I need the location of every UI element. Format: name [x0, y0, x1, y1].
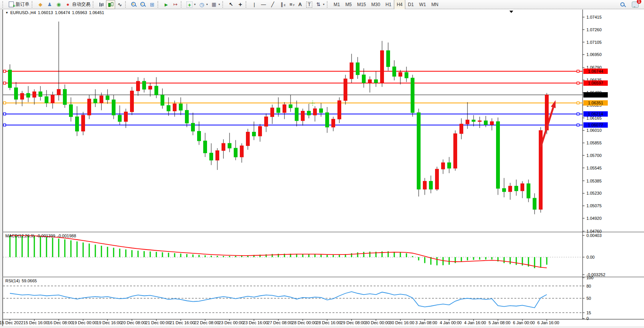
time-tick-label: 21 Dec 00:00 — [145, 320, 170, 325]
time-tick-label: 19 Dec 16:00 — [96, 320, 121, 325]
macd-histogram-bar — [455, 257, 456, 263]
candle — [393, 67, 396, 76]
candle — [173, 104, 177, 111]
price-label-text: 1.06351 — [588, 101, 603, 105]
macd-histogram-bar — [369, 252, 371, 257]
macd-histogram-bar — [107, 247, 108, 257]
macd-histogram-bar — [186, 254, 188, 257]
candle — [51, 95, 55, 103]
hline-handle[interactable] — [577, 82, 579, 84]
candle — [484, 121, 488, 125]
chart-open-value: 1.06013 — [38, 10, 53, 15]
candle — [198, 131, 201, 141]
macd-histogram-bar — [205, 255, 206, 257]
macd-main-value: -0.001399 — [36, 234, 55, 238]
candle — [234, 148, 238, 157]
candle — [191, 123, 195, 131]
macd-histogram-bar — [150, 251, 151, 257]
candle — [69, 105, 73, 117]
candle — [362, 75, 366, 83]
candle — [45, 96, 48, 103]
candle — [94, 99, 97, 103]
hline-handle[interactable] — [3, 70, 6, 72]
price-label-text: 1.06744 — [588, 69, 603, 74]
macd-histogram-bar — [174, 253, 175, 257]
hline-handle[interactable] — [577, 70, 579, 72]
candle — [222, 143, 225, 150]
macd-histogram-bar — [491, 257, 493, 259]
candle — [350, 63, 353, 79]
price-label-text: 1.06597 — [588, 81, 603, 85]
candle — [14, 88, 18, 99]
macd-histogram-bar — [229, 256, 230, 257]
candle — [374, 80, 378, 83]
rsi-tick-label: 100 — [586, 275, 593, 280]
price-label-text: 1.06451 — [588, 93, 603, 97]
candle — [387, 51, 390, 67]
time-tick-label: 22 Dec 08:00 — [194, 320, 219, 325]
candle — [368, 80, 372, 83]
candle — [472, 120, 475, 122]
macd-histogram-bar — [315, 254, 316, 257]
macd-histogram-bar — [278, 254, 279, 257]
candle — [478, 121, 482, 122]
macd-histogram-bar — [58, 238, 59, 257]
macd-histogram-bar — [540, 257, 541, 268]
candle — [179, 104, 183, 110]
candle — [405, 72, 408, 78]
macd-histogram-bar — [485, 257, 487, 259]
price-tick-label: 1.07415 — [586, 15, 602, 19]
hline-handle[interactable] — [577, 124, 579, 126]
hline-handle[interactable] — [3, 82, 6, 84]
candle — [118, 115, 122, 122]
candle — [185, 110, 189, 123]
macd-histogram-bar — [193, 254, 194, 257]
time-tick-label: 23 Dec 16:00 — [243, 320, 268, 325]
candle — [75, 117, 79, 131]
rsi-tick-label: 50 — [586, 296, 591, 301]
candle — [460, 124, 463, 133]
candle — [124, 112, 128, 122]
macd-histogram-bar — [199, 255, 200, 257]
candle — [161, 95, 164, 106]
macd-histogram-bar — [424, 257, 426, 263]
hline-handle[interactable] — [577, 113, 579, 115]
macd-histogram-bar — [77, 242, 78, 257]
candle — [326, 113, 329, 127]
macd-histogram-bar — [333, 255, 334, 257]
chart-dropdown-icon[interactable]: ▼ — [5, 11, 8, 14]
candle — [277, 108, 280, 113]
macd-histogram-bar — [46, 237, 47, 257]
hline-handle[interactable] — [577, 102, 579, 104]
macd-histogram-bar — [510, 257, 511, 264]
candle — [130, 91, 134, 112]
price-tick-label: 1.05855 — [586, 141, 602, 145]
price-tick-label: 1.07260 — [586, 27, 602, 32]
candle — [27, 93, 30, 98]
macd-histogram-bar — [357, 253, 358, 257]
macd-histogram-bar — [467, 257, 468, 260]
candle — [240, 146, 244, 157]
candle — [307, 111, 311, 115]
chart-close-value: 1.06451 — [89, 10, 104, 15]
macd-histogram-bar — [125, 250, 127, 257]
macd-histogram-bar — [28, 236, 29, 257]
macd-histogram-bar — [412, 256, 413, 257]
candle — [57, 89, 61, 95]
macd-histogram-bar — [180, 254, 181, 257]
macd-histogram-bar — [211, 256, 212, 257]
macd-histogram-bar — [479, 257, 480, 260]
candle — [490, 122, 494, 125]
macd-histogram-bar — [22, 236, 23, 257]
hline-handle[interactable] — [3, 113, 6, 115]
candle — [313, 109, 317, 115]
macd-histogram-bar — [443, 257, 444, 265]
rsi-tick-label: 80 — [586, 284, 591, 288]
macd-histogram-bar — [34, 236, 35, 257]
candle — [216, 150, 219, 160]
chart-canvas[interactable]: 1.074151.072601.071051.069501.067901.066… — [0, 0, 644, 328]
hline-handle[interactable] — [3, 124, 6, 126]
macd-histogram-bar — [64, 239, 66, 257]
candle — [527, 184, 530, 198]
hline-handle[interactable] — [3, 102, 6, 104]
